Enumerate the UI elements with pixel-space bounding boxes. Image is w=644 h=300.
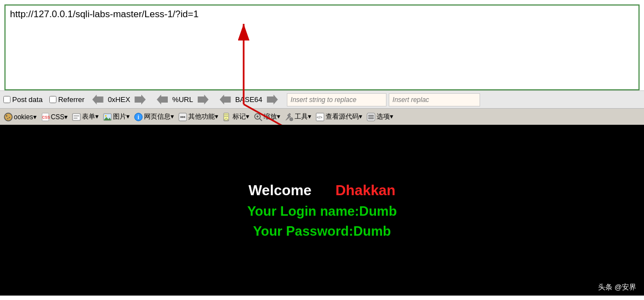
svg-text:i: i: [138, 114, 140, 120]
view-source-icon: </>: [316, 113, 324, 121]
css-label: CSS▾: [51, 113, 68, 121]
svg-point-6: [7, 118, 8, 119]
url-display: http://127.0.0.1/sqli-labs-master/Less-1…: [10, 9, 199, 19]
base64-label: BASE64: [235, 95, 262, 104]
base64-right-arrow[interactable]: [267, 95, 278, 105]
svg-point-13: [105, 115, 107, 116]
view-source-btn[interactable]: </> 查看源代码▾: [314, 111, 364, 123]
misc-icon: [178, 113, 187, 121]
login-name-line: Your Login name:Dumb: [247, 204, 396, 219]
zoom-label: 缩放▾: [264, 112, 280, 121]
watermark-text: 头条 @安界: [598, 283, 636, 291]
options-btn[interactable]: 选项▾: [365, 111, 395, 123]
images-icon: [103, 113, 112, 121]
referrer-label: Referrer: [58, 95, 85, 104]
forms-label: 表单▾: [82, 112, 99, 121]
insert-replace-input[interactable]: [287, 93, 387, 106]
svg-rect-11: [74, 118, 78, 119]
zoom-btn[interactable]: 缩放▾: [252, 111, 282, 123]
options-label: 选项▾: [377, 112, 393, 121]
url-left-arrow[interactable]: [157, 95, 168, 105]
welcome-line: Welcome Dhakkan: [249, 182, 395, 199]
referrer-checkbox[interactable]: [49, 96, 56, 103]
zoom-icon: [254, 113, 262, 121]
misc-label: 其他功能▾: [188, 112, 218, 121]
svg-rect-10: [74, 115, 79, 116]
welcome-name: Dhakkan: [336, 182, 395, 199]
info-label: 网页信息▾: [144, 112, 174, 121]
view-source-label: 查看源代码▾: [326, 112, 362, 121]
forms-btn[interactable]: 表单▾: [70, 111, 100, 123]
cookies-btn[interactable]: ookies▾: [2, 111, 38, 123]
misc-btn[interactable]: 其他功能▾: [177, 111, 220, 123]
options-icon: [367, 113, 375, 121]
insert-replace-2-input[interactable]: [389, 93, 480, 106]
svg-point-19: [182, 116, 184, 118]
password-value: Dumb: [353, 223, 391, 238]
password-line: Your Password:Dumb: [253, 223, 391, 239]
post-data-checkbox[interactable]: [3, 96, 11, 103]
url-right-arrow[interactable]: [198, 95, 209, 105]
url-label: %URL: [172, 95, 193, 104]
watermark: 头条 @安界: [596, 281, 638, 293]
svg-point-4: [6, 115, 7, 116]
hex-right-arrow[interactable]: [135, 95, 146, 105]
svg-point-3: [4, 113, 12, 121]
toolbar-row1: Post data Referrer 0xHEX %URL BASE64: [0, 90, 644, 108]
svg-text:CSS: CSS: [42, 115, 50, 119]
referrer-checkbox-item[interactable]: Referrer: [49, 95, 85, 104]
toolbar-row2: ookies▾ CSS CSS▾ 表单▾ 图片▾: [0, 108, 644, 125]
post-data-checkbox-item[interactable]: Post data: [3, 95, 43, 104]
svg-rect-9: [73, 114, 80, 120]
forms-icon: [72, 113, 81, 121]
tools-icon: [285, 113, 293, 121]
cookie-icon: [4, 113, 13, 121]
svg-line-26: [260, 119, 262, 121]
tools-btn[interactable]: 工具▾: [283, 111, 313, 123]
marks-label: 标记▾: [233, 112, 249, 121]
svg-point-5: [9, 117, 10, 118]
cookies-label: ookies▾: [14, 113, 37, 121]
marks-btn[interactable]: 标记▾: [221, 111, 251, 123]
welcome-text: Welcome: [249, 182, 312, 199]
info-icon: i: [134, 113, 143, 121]
post-data-label: Post data: [12, 95, 43, 104]
login-label: Your Login name:: [247, 204, 359, 218]
base64-left-arrow[interactable]: [220, 95, 231, 105]
password-label: Your Password:: [253, 223, 353, 238]
images-label: 图片▾: [113, 112, 130, 121]
tools-label: 工具▾: [295, 112, 311, 121]
images-btn[interactable]: 图片▾: [101, 111, 131, 123]
info-btn[interactable]: i 网页信息▾: [132, 111, 176, 123]
login-value: Dumb: [359, 204, 397, 218]
svg-point-20: [184, 116, 186, 118]
hex-label: 0xHEX: [108, 95, 130, 104]
marks-icon: [223, 113, 231, 121]
url-bar-area: http://127.0.0.1/sqli-labs-master/Less-1…: [4, 4, 640, 90]
main-content-area: Welcome Dhakkan Your Login name:Dumb You…: [0, 125, 644, 296]
css-icon: CSS: [41, 113, 50, 121]
svg-text:</>: </>: [317, 115, 322, 119]
svg-point-29: [290, 118, 293, 121]
css-btn[interactable]: CSS CSS▾: [39, 111, 70, 123]
hex-left-arrow[interactable]: [92, 95, 104, 105]
svg-point-18: [181, 116, 182, 118]
